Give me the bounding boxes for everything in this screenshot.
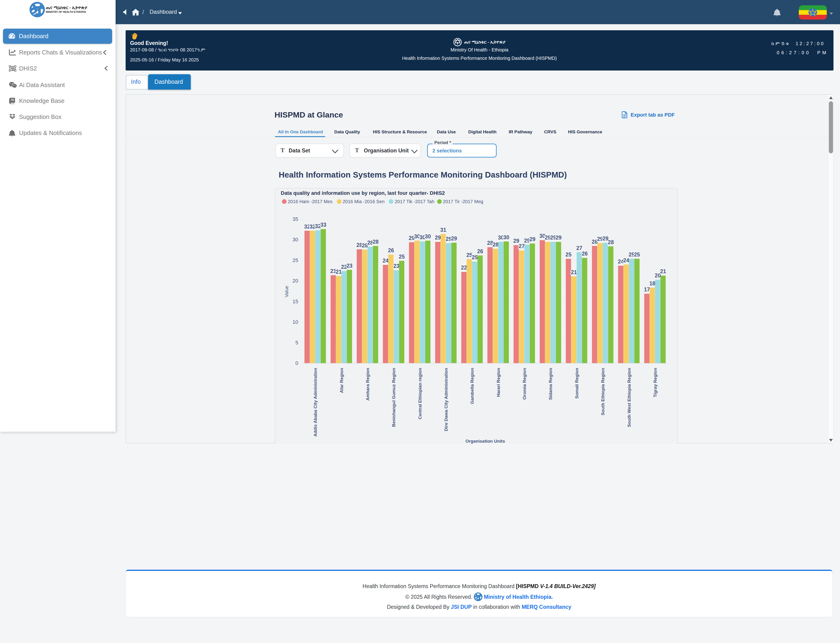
svg-text:24: 24	[623, 257, 629, 263]
svg-text:21: 21	[660, 268, 666, 274]
svg-text:Afar Region: Afar Region	[339, 368, 344, 393]
svg-text:Value: Value	[284, 286, 289, 297]
svg-text:29: 29	[435, 235, 441, 241]
svg-text:21: 21	[571, 269, 577, 275]
svg-text:17: 17	[644, 286, 650, 292]
svg-text:29: 29	[550, 235, 556, 241]
svg-text:25: 25	[466, 252, 472, 258]
svg-text:South West Ethiopia Region: South West Ethiopia Region	[627, 368, 632, 427]
svg-text:Benishangul Gumuz Region: Benishangul Gumuz Region	[391, 368, 396, 427]
svg-text:24: 24	[383, 258, 389, 264]
svg-text:27: 27	[576, 245, 583, 251]
svg-text:30: 30	[503, 234, 510, 240]
svg-text:29: 29	[597, 236, 603, 242]
svg-text:20: 20	[655, 273, 661, 279]
svg-text:21: 21	[336, 269, 342, 275]
svg-text:29: 29	[446, 236, 452, 242]
svg-text:0: 0	[295, 360, 298, 366]
svg-text:23: 23	[393, 263, 399, 269]
svg-text:30: 30	[293, 237, 298, 243]
svg-text:21: 21	[330, 268, 336, 274]
svg-text:29: 29	[409, 235, 415, 241]
svg-text:32: 32	[304, 224, 310, 230]
svg-text:Oromia Region: Oromia Region	[522, 368, 527, 400]
svg-text:33: 33	[320, 222, 326, 228]
svg-text:Dire Dawa City Administration: Dire Dawa City Administration	[444, 368, 448, 431]
svg-text:25: 25	[399, 254, 405, 260]
svg-text:28: 28	[367, 240, 373, 246]
svg-text:Amhara Region: Amhara Region	[365, 368, 370, 400]
svg-text:28: 28	[608, 239, 614, 245]
svg-text:30: 30	[414, 233, 420, 240]
svg-text:29: 29	[555, 235, 562, 241]
svg-text:25: 25	[634, 251, 640, 258]
svg-text:25: 25	[565, 251, 571, 258]
svg-text:28: 28	[592, 239, 598, 245]
svg-text:26: 26	[477, 248, 483, 255]
svg-text:30: 30	[498, 235, 504, 241]
svg-text:22: 22	[341, 264, 347, 270]
svg-text:15: 15	[293, 299, 298, 304]
svg-text:25: 25	[472, 255, 478, 260]
svg-text:5: 5	[295, 340, 298, 346]
svg-text:29: 29	[451, 235, 457, 242]
svg-text:Addis Ababa City Administratio: Addis Ababa City Administration	[313, 368, 318, 437]
svg-text:28: 28	[357, 242, 362, 248]
svg-text:Central Ethiopian region: Central Ethiopian region	[418, 368, 422, 419]
svg-text:25: 25	[628, 251, 635, 258]
svg-text:South Ethiopia Region: South Ethiopia Region	[601, 368, 605, 415]
svg-text:28: 28	[362, 243, 368, 248]
svg-text:35: 35	[293, 216, 298, 222]
svg-text:28: 28	[487, 240, 493, 246]
svg-text:10: 10	[293, 319, 298, 325]
svg-text:32: 32	[309, 224, 316, 230]
svg-text:29: 29	[529, 236, 536, 242]
svg-text:26: 26	[582, 251, 588, 257]
svg-text:22: 22	[461, 264, 467, 271]
svg-text:30: 30	[425, 233, 431, 240]
svg-text:Harari Region: Harari Region	[496, 368, 501, 397]
svg-text:25: 25	[293, 257, 298, 263]
svg-text:Organisation Units: Organisation Units	[466, 439, 505, 444]
svg-text:Somali Region: Somali Region	[575, 368, 579, 399]
svg-text:29: 29	[602, 235, 609, 242]
svg-text:29: 29	[524, 238, 530, 244]
svg-text:27: 27	[519, 243, 525, 249]
svg-text:23: 23	[347, 263, 353, 269]
svg-text:26: 26	[388, 247, 394, 253]
svg-text:Gambella Region: Gambella Region	[470, 368, 475, 404]
svg-text:24: 24	[618, 259, 624, 264]
svg-text:32: 32	[315, 223, 321, 229]
svg-text:28: 28	[492, 242, 498, 248]
svg-text:18: 18	[649, 281, 655, 286]
svg-text:29: 29	[545, 235, 551, 241]
svg-text:31: 31	[440, 227, 446, 233]
svg-text:Tigray Region: Tigray Region	[653, 368, 658, 397]
svg-text:Sidama Region: Sidama Region	[548, 368, 553, 400]
svg-text:29: 29	[513, 238, 519, 244]
svg-text:30: 30	[419, 234, 425, 240]
svg-text:28: 28	[373, 239, 379, 245]
svg-text:20: 20	[293, 278, 298, 284]
svg-text:30: 30	[539, 233, 545, 239]
